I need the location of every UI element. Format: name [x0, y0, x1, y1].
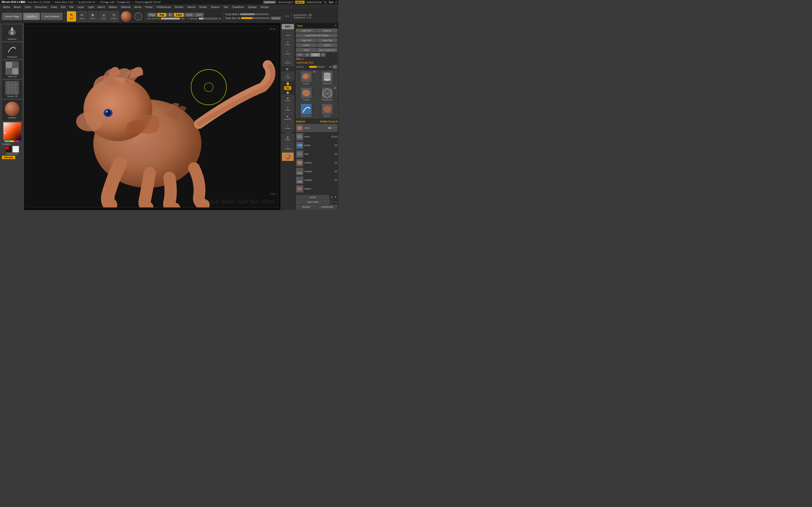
menu-material[interactable]: Material	[119, 5, 132, 9]
texture-off-panel[interactable]: Texture Off	[1, 80, 23, 99]
copy-tool-btn[interactable]: Copy Tool	[296, 38, 317, 42]
stc-lock-mimi1[interactable]	[331, 127, 334, 129]
rgb-btn[interactable]: Rgb	[157, 13, 166, 17]
menu-document[interactable]: Document	[33, 5, 49, 9]
subtool-item-mimi2[interactable]: mimi2	[296, 132, 337, 141]
stc-btn-yanj[interactable]	[335, 153, 337, 155]
auto-reorder-btn[interactable]: AutoReorder	[317, 205, 338, 209]
stc-eye-mimi2[interactable]	[331, 136, 334, 137]
xyz-btn[interactable]: Xyz	[284, 86, 291, 90]
subtool-item-yanj[interactable]: Yanj	[296, 150, 337, 158]
material-sphere-left[interactable]	[5, 102, 19, 116]
transp-btn[interactable]: ◻ Transp	[282, 143, 294, 152]
menus-btn[interactable]: Menus	[295, 1, 305, 4]
move-btn[interactable]: ✥ Move	[282, 104, 294, 113]
new-folder-btn[interactable]: New Folder	[296, 200, 330, 204]
new-folder-arrow1[interactable]: ↗	[331, 200, 334, 204]
menu-color[interactable]: Color	[23, 5, 33, 9]
scale-tool-btn[interactable]: ⇲ Scale	[99, 11, 108, 22]
all-btn[interactable]: All	[304, 53, 310, 57]
tool-grid-item-3[interactable]: 17 PolyMesh3D	[317, 87, 338, 102]
subtool-item-uvshizi3[interactable]: uvshizi3	[296, 176, 337, 184]
save-as-btn[interactable]: Save As	[317, 29, 338, 33]
arrow-up-btn[interactable]: ▲	[329, 195, 333, 200]
menu-macro[interactable]: Macro	[96, 5, 107, 9]
z-intensity-slider[interactable]	[199, 18, 218, 19]
export-btn[interactable]: Export	[317, 43, 338, 47]
stc-btn-uvshizi1[interactable]	[335, 162, 337, 164]
menu-draw[interactable]: Draw	[49, 5, 59, 9]
tool-grid-item-5[interactable]: uvshizi1	[317, 103, 338, 118]
menu-render[interactable]: Render	[173, 5, 185, 9]
stc-btn-maofa[interactable]	[335, 145, 337, 146]
zoom-btn[interactable]: ⊕ Zoom	[282, 39, 294, 48]
menu-tool[interactable]: Tool	[221, 5, 230, 9]
frame-btn[interactable]: ▣ Frame	[282, 95, 294, 104]
tool-grid-item-0[interactable]: 17 uvshizi1	[296, 70, 317, 86]
load-tools-btn[interactable]: Load Tools From Project	[296, 34, 337, 38]
rgb-intensity-slider[interactable]	[161, 18, 180, 19]
symmetry-e[interactable]: E	[288, 15, 289, 18]
menu-edit[interactable]: Edit	[59, 5, 67, 9]
quick-save-btn[interactable]: QuickSave	[263, 1, 276, 4]
polyf-btn[interactable]: ▦ PolyF	[282, 134, 294, 143]
subtool-item-uvshizi2[interactable]: uvshizi2	[296, 167, 337, 176]
edit-tool-btn[interactable]: ✎ Edit	[67, 11, 77, 22]
lightbox-btn[interactable]: LightBox	[23, 13, 40, 20]
stc-arrow-mimi1[interactable]	[335, 127, 337, 129]
menu-light[interactable]: Light	[86, 5, 95, 9]
tool-grid-item-4[interactable]: SimpleBrush	[296, 103, 317, 118]
new-folder-arrow2[interactable]: ↘	[334, 200, 337, 204]
subtool-item-uvshizi1[interactable]: uvshizi1	[296, 159, 337, 167]
uvshizi-slider[interactable]	[309, 66, 325, 68]
move-tool-btn[interactable]: ✥ Move	[88, 11, 98, 22]
uvshizi-r-btn[interactable]: R	[333, 65, 338, 69]
menu-zscript[interactable]: Zscript	[259, 5, 270, 9]
subtool-item-beibei1[interactable]: beibei1	[296, 185, 337, 193]
menu-marker[interactable]: Marker	[107, 5, 119, 9]
symmetry-s[interactable]: S	[285, 15, 287, 18]
m-btn[interactable]: M	[167, 13, 173, 17]
menu-brush[interactable]: Brush	[12, 5, 22, 9]
actual-btn[interactable]: ⊙ Actual	[282, 48, 294, 57]
hue-slider[interactable]	[3, 140, 21, 142]
tool-grid-item-2[interactable]: uvshizi1	[296, 87, 317, 102]
load-tool-btn[interactable]: Load Tool	[296, 29, 317, 33]
lsym-btn[interactable]: ◈ L.Sym	[282, 72, 294, 80]
canvas-area[interactable]: Persp Floor bilibili MAd_haTTer_GXG	[24, 23, 280, 210]
focal-shift-slider[interactable]	[240, 13, 269, 15]
material-panel[interactable]: PolySkin	[1, 100, 23, 121]
menu-layer[interactable]: Layer	[76, 5, 86, 9]
zcut-btn[interactable]: Zcut	[195, 13, 203, 17]
zsub-btn[interactable]: Zsub	[185, 13, 194, 17]
viewport[interactable]: Persp Floor bilibili MAd_haTTer_GXG	[24, 23, 280, 210]
background-color[interactable]	[12, 146, 19, 153]
refresh-icon[interactable]: ↺	[335, 1, 337, 4]
mrgb-btn[interactable]: Mrgb	[147, 13, 157, 17]
all-high-btn[interactable]: All High	[317, 210, 338, 210]
tool-refresh-icon[interactable]: ↺	[334, 24, 337, 27]
home-page-btn[interactable]: Home Page	[2, 13, 22, 20]
live-boolean-btn[interactable]: Live Boolean	[41, 13, 63, 20]
rotate-vbar-btn[interactable]: ↻ Rotate	[282, 123, 294, 131]
foreground-color[interactable]	[5, 146, 12, 153]
all-low-btn[interactable]: All Low	[296, 210, 317, 210]
stc-eye-mimi1[interactable]	[328, 127, 331, 129]
stc-lock-mimi2[interactable]	[335, 136, 337, 137]
menu-picker[interactable]: Picker	[144, 5, 154, 9]
make-polymesh-btn[interactable]: Make PolyMesh3D	[317, 48, 338, 52]
list-all-btn[interactable]: List All	[296, 195, 329, 200]
brush-cursor-icon[interactable]	[134, 12, 142, 20]
goz-btn[interactable]: GoZ	[296, 53, 304, 57]
freehand-brush[interactable]: FreeHand	[1, 42, 23, 59]
rename-btn[interactable]: Rename	[296, 205, 317, 209]
maskpen-brush[interactable]: MaskPen	[1, 24, 23, 42]
tool-grid-item-1[interactable]: Cylinder3D	[317, 70, 338, 86]
menu-file[interactable]: File	[68, 5, 75, 9]
arrow-down-btn[interactable]: ▼	[334, 195, 337, 200]
stc-btn-uvshizi3[interactable]	[335, 179, 337, 181]
zadd-btn[interactable]: Zadd	[174, 13, 184, 17]
draw-size-slider[interactable]	[241, 17, 270, 19]
subtool-item-mimi1[interactable]: mimi1	[296, 124, 337, 132]
scroll-btn[interactable]: ↕ Scroll	[282, 30, 294, 38]
